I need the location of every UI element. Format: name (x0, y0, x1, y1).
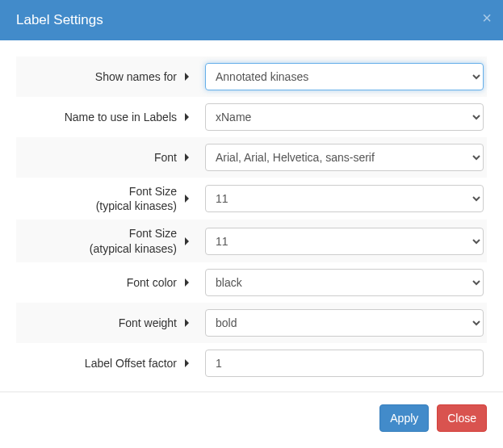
form-row: FontArial, Arial, Helvetica, sans-serif (16, 137, 487, 178)
close-icon[interactable]: × (482, 10, 492, 26)
form-label: Font weight (119, 316, 177, 330)
caret-right-icon (185, 195, 189, 203)
close-button[interactable]: Close (437, 404, 487, 432)
form-label: Name to use in Labels (65, 110, 177, 124)
select-input[interactable]: bold (205, 309, 484, 337)
form-input-col (194, 350, 487, 377)
form-input-col: xName (194, 103, 487, 131)
caret-right-icon (185, 319, 189, 327)
caret-right-icon (185, 153, 189, 161)
form-input-col: Annotated kinases (194, 63, 487, 90)
form-label-col: Font Size(typical kinases) (16, 184, 194, 213)
modal-footer: Apply Close (0, 391, 503, 444)
select-input[interactable]: xName (205, 103, 484, 131)
form-row: Font Size(typical kinases)11 (16, 178, 487, 220)
form-row: Name to use in LabelsxName (16, 97, 487, 137)
modal-header: Label Settings × (0, 0, 503, 40)
text-input[interactable] (205, 350, 484, 377)
form-label-col: Font Size(atypical kinases) (16, 226, 194, 255)
modal-title: Label Settings (16, 12, 103, 27)
form-input-col: bold (194, 309, 487, 337)
form-label-col: Show names for (16, 69, 194, 84)
form-label-col: Font weight (16, 316, 194, 330)
form-row: Show names forAnnotated kinases (16, 57, 487, 97)
form-row: Label Offset factor (16, 343, 487, 383)
form-label: Font Size(atypical kinases) (90, 226, 177, 255)
label-settings-modal: Label Settings × Show names forAnnotated… (0, 0, 503, 444)
form-input-col: 11 (194, 228, 487, 255)
form-label-col: Label Offset factor (16, 356, 194, 371)
form-label-col: Font (16, 150, 194, 165)
modal-body: Show names forAnnotated kinasesName to u… (0, 40, 503, 391)
form-label: Label Offset factor (85, 356, 177, 371)
form-row: Font colorblack (16, 262, 487, 303)
form-label-col: Name to use in Labels (16, 110, 194, 124)
form-label: Show names for (95, 69, 177, 84)
caret-right-icon (185, 237, 189, 245)
select-input[interactable]: 11 (205, 185, 484, 212)
caret-right-icon (185, 278, 189, 287)
form-input-col: Arial, Arial, Helvetica, sans-serif (194, 144, 487, 171)
form-input-col: black (194, 269, 487, 296)
form-label-col: Font color (16, 275, 194, 290)
caret-right-icon (185, 73, 189, 81)
select-input[interactable]: black (205, 269, 484, 296)
select-input[interactable]: Annotated kinases (205, 63, 484, 90)
form-label: Font Size(typical kinases) (96, 184, 177, 213)
form-row: Font Size(atypical kinases)11 (16, 220, 487, 262)
select-input[interactable]: Arial, Arial, Helvetica, sans-serif (205, 144, 484, 171)
form-label: Font color (127, 275, 177, 290)
apply-button[interactable]: Apply (379, 404, 429, 432)
form-label: Font (154, 150, 177, 165)
select-input[interactable]: 11 (205, 228, 484, 255)
form-input-col: 11 (194, 185, 487, 212)
caret-right-icon (185, 359, 189, 367)
caret-right-icon (185, 113, 189, 121)
form-row: Font weightbold (16, 303, 487, 343)
